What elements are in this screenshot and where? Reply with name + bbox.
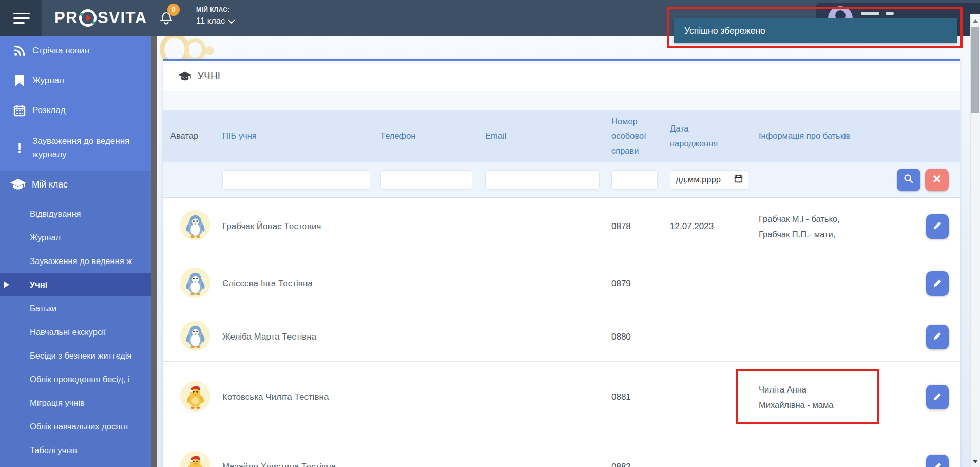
student-file-number: 0879 <box>611 278 670 289</box>
user-name-fragment <box>861 12 879 15</box>
column-header-parents-info: Інформація про батьків <box>759 128 892 143</box>
parents-info: Чиліта Анна Михайлівна - мама <box>759 382 892 413</box>
sidebar-item-parents[interactable]: Батьки <box>0 296 151 320</box>
student-name: Грабчак Йонас Тестович <box>222 221 380 232</box>
student-file-number: 0880 <box>611 332 670 342</box>
my-class-section: Мій клас Відвідування Журнал Зауваження … <box>0 171 151 467</box>
student-avatar-penguin <box>180 321 210 351</box>
table-row: Грабчак Йонас Тестович 0878 12.07.2023 Г… <box>163 198 960 255</box>
student-name: Єлісєєва Інга Тестівна <box>222 278 380 289</box>
sidebar-item-schedule[interactable]: Розклад <box>0 96 151 125</box>
pencil-icon <box>932 461 943 467</box>
search-button[interactable] <box>897 169 920 191</box>
notifications-bell-icon[interactable]: 0 <box>158 8 185 32</box>
clear-filters-button[interactable] <box>925 169 949 191</box>
table-row: Желіба Марта Тестівна 0880 <box>163 312 960 362</box>
vertical-scrollbar[interactable] <box>970 14 980 467</box>
column-header-avatar: Аватар <box>170 128 222 143</box>
column-header-birth-date[interactable]: Дата народження <box>670 121 759 151</box>
edit-student-button[interactable] <box>926 385 949 409</box>
student-file-number: 0882 <box>611 462 670 467</box>
filter-file-number-input[interactable] <box>611 170 658 190</box>
sidebar-item-student-migration[interactable]: Міграція учнів <box>0 391 151 415</box>
student-name: Котовська Чиліта Тестівна <box>222 392 380 402</box>
sidebar-section-my-class[interactable]: Мій клас <box>0 171 151 198</box>
sidebar-item-attendance[interactable]: Відвідування <box>0 202 151 226</box>
x-cross-icon <box>933 175 941 184</box>
chevron-down-icon <box>228 16 235 23</box>
graduation-cap-icon <box>178 71 191 82</box>
sidebar-item-journal[interactable]: Журнал <box>0 66 151 96</box>
table-row: Мазайло Христина Тестівна 0882 - <box>163 433 960 467</box>
exclamation-icon: ! <box>12 141 27 155</box>
sidebar: Стрічка новин Журнал Розклад ! Зауваженн… <box>0 36 151 467</box>
sidebar-item-excursions[interactable]: Навчальні екскурсії <box>0 320 151 344</box>
sidebar-item-achievements[interactable]: Облік навчальних досягн <box>0 415 151 438</box>
table-row: Котовська Чиліта Тестівна 0881 Чиліта Ан… <box>163 362 960 433</box>
sidebar-content-divider <box>151 36 157 467</box>
toast-success: Успішно збережено <box>674 18 957 43</box>
table-row: Єлісєєва Інга Тестівна 0879 <box>163 255 960 312</box>
hamburger-menu-icon[interactable] <box>0 0 42 36</box>
student-avatar-chick <box>180 451 210 467</box>
student-avatar-penguin <box>180 268 210 298</box>
pencil-icon <box>932 391 943 403</box>
active-arrow-icon <box>4 281 9 288</box>
calendar-icon[interactable] <box>734 174 743 185</box>
pencil-icon <box>932 331 943 343</box>
edit-student-button[interactable] <box>926 214 949 239</box>
student-name: Мазайло Христина Тестівна <box>222 462 380 467</box>
parents-info: Грабчак М.І - батько, Грабчак П.П.- мати… <box>759 211 892 242</box>
filter-birth-date-input[interactable]: дд.мм.рррр <box>670 170 748 190</box>
rss-icon <box>12 44 27 58</box>
sidebar-item-news-feed[interactable]: Стрічка новин <box>0 36 151 66</box>
scrollbar-thumb[interactable] <box>971 27 979 113</box>
edit-student-button[interactable] <box>926 325 949 349</box>
brand-text-left: PR <box>54 9 78 27</box>
notification-badge: 0 <box>167 4 180 16</box>
scroll-up-icon[interactable] <box>973 19 978 23</box>
filter-row: дд.мм.рррр <box>163 162 960 198</box>
my-class-dropdown[interactable]: МІЙ КЛАС: 11 клас <box>196 6 234 26</box>
table-header-row: Аватар ПІБ учня Телефон Email Номер особ… <box>163 110 960 162</box>
prosvita-logo[interactable]: PRSVITA <box>54 0 147 36</box>
sidebar-item-talks-record[interactable]: Облік проведення бесід, і <box>0 367 151 391</box>
filter-name-input[interactable] <box>222 170 370 190</box>
column-header-phone[interactable]: Телефон <box>380 128 485 143</box>
student-name: Желіба Марта Тестівна <box>222 332 380 342</box>
students-panel: УЧНІ Аватар ПІБ учня Телефон Email Номер… <box>163 59 960 467</box>
pencil-icon <box>932 278 943 290</box>
filter-email-input[interactable] <box>485 170 600 190</box>
main-content: УЧНІ Аватар ПІБ учня Телефон Email Номер… <box>157 36 970 467</box>
student-birth-date: 12.07.2023 <box>670 221 759 232</box>
logo-o-icon <box>79 9 97 27</box>
column-header-email[interactable]: Email <box>485 128 611 143</box>
filter-phone-input[interactable] <box>380 170 472 190</box>
search-icon <box>903 173 914 186</box>
my-class-value: 11 клас <box>196 16 225 26</box>
bookmark-icon <box>12 73 27 88</box>
sidebar-item-class-journal[interactable]: Журнал <box>0 226 151 249</box>
user-name-fragment <box>886 12 894 15</box>
column-header-name[interactable]: ПІБ учня <box>222 128 380 143</box>
student-file-number: 0881 <box>611 392 670 402</box>
edit-student-button[interactable] <box>926 455 949 467</box>
sidebar-item-class-remarks[interactable]: Зауваження до ведення ж <box>0 249 151 273</box>
calendar-icon <box>12 103 27 118</box>
scroll-down-icon[interactable] <box>973 460 978 463</box>
student-file-number: 0878 <box>611 221 670 232</box>
edit-student-button[interactable] <box>926 271 949 296</box>
sidebar-item-safety-talks[interactable]: Бесіди з безпеки життєдія <box>0 344 151 367</box>
sidebar-item-students[interactable]: Учні <box>0 273 151 296</box>
brand-text-right: SVITA <box>98 9 147 27</box>
student-avatar-chick <box>180 381 210 412</box>
sidebar-item-journal-remarks[interactable]: ! Зауваження до ведення журналу <box>0 125 151 171</box>
page-title: УЧНІ <box>198 70 220 82</box>
column-header-file-number[interactable]: Номер особової справи <box>611 114 670 158</box>
parents-info: - <box>759 459 892 467</box>
my-class-label: МІЙ КЛАС: <box>196 6 234 13</box>
sidebar-item-report-cards[interactable]: Табелі учнів <box>0 438 151 462</box>
student-avatar-penguin <box>180 210 210 240</box>
graduation-cap-icon <box>9 177 27 192</box>
pencil-icon <box>932 220 943 232</box>
